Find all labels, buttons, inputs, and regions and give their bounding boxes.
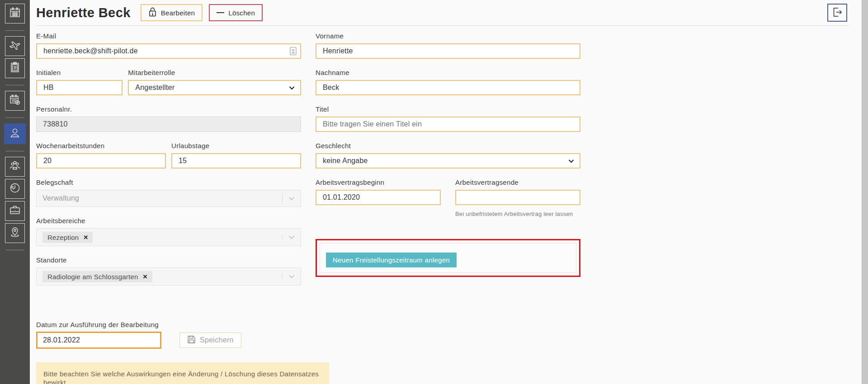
last-name-input[interactable] [316, 80, 580, 95]
execution-date-input[interactable] [36, 332, 161, 349]
sidebar-divider [5, 85, 24, 85]
map-pin-icon [9, 226, 21, 240]
main-content: Henriette Beck Bearbeiten Löschen E-Mail [36, 0, 855, 384]
title-input[interactable] [316, 117, 580, 132]
lock-icon [148, 7, 157, 19]
vertical-scrollbar[interactable] [862, 0, 868, 384]
email-input[interactable] [36, 43, 301, 59]
sidebar-item-jobs[interactable] [5, 201, 25, 221]
sidebar-item-time-tracking[interactable] [5, 179, 25, 199]
title-field-group: Titel [316, 105, 580, 132]
initials-label: Initialen [36, 69, 123, 77]
clock-icon [9, 182, 21, 196]
people-group-icon [9, 159, 21, 174]
initials-input[interactable] [36, 80, 123, 95]
first-name-input[interactable] [316, 43, 580, 59]
delete-button-label: Löschen [228, 9, 255, 17]
role-select[interactable]: Angestellter [128, 80, 301, 95]
page-header: Henriette Beck Bearbeiten Löschen [36, 3, 855, 23]
form-right-column: Vorname Nachname Titel Geschlecht keine … [316, 32, 580, 295]
workforce-select-value: Verwaltung [42, 194, 282, 202]
calendar-icon [9, 7, 21, 20]
location-tag-label: Radiologie am Schlossgarten [47, 273, 138, 281]
role-field-group: Mitarbeiterrolle Angestellter [128, 69, 301, 95]
person-icon [9, 126, 21, 141]
chevron-down-icon [283, 197, 301, 201]
workforce-field-group: Belegschaft Verwaltung [36, 178, 301, 207]
work-areas-field-group: Arbeitsbereiche Rezeption ✕ [36, 217, 301, 246]
briefcase-icon [9, 204, 21, 218]
contract-start-field-group: Arbeitsvertragsbeginn [316, 178, 441, 217]
sidebar-divider [5, 250, 24, 250]
minus-icon [217, 12, 224, 13]
weekly-hours-field-group: Wochenarbeitstunden [36, 142, 166, 169]
last-name-field-group: Nachname [316, 69, 580, 95]
title-label: Titel [316, 105, 580, 113]
vacation-days-field-group: Urlaubstage [171, 142, 301, 169]
gender-field-group: Geschlecht keine Angabe [316, 142, 580, 169]
chevron-down-icon [283, 235, 301, 239]
remove-tag-icon[interactable]: ✕ [83, 234, 88, 241]
role-select-value: Angestellter [135, 84, 289, 92]
sidebar-item-employee[interactable] [4, 123, 26, 144]
header-divider [36, 25, 849, 26]
form-footer: Datum zur Ausführung der Bearbeitung Spe… [36, 321, 855, 384]
sidebar-item-calendar[interactable] [5, 4, 25, 23]
personnel-no-field-group: Personalnr. 738810 [36, 105, 301, 132]
save-button[interactable]: Speichern [179, 332, 241, 348]
locations-multiselect: Radiologie am Schlossgarten ✕ [36, 267, 301, 286]
form-left-column: E-Mail Initialen Mitarbeiterrolle Angest [36, 32, 301, 295]
first-name-field-group: Vorname [316, 32, 580, 59]
email-label: E-Mail [36, 32, 301, 40]
initials-field-group: Initialen [36, 69, 123, 95]
delete-button[interactable]: Löschen [209, 4, 263, 21]
sidebar-item-calendar-add[interactable] [5, 91, 25, 111]
chevron-down-icon [568, 159, 574, 163]
sidebar-item-locations[interactable] [5, 223, 25, 243]
logout-button[interactable] [827, 4, 847, 22]
remove-tag-icon[interactable]: ✕ [143, 273, 148, 280]
work-areas-label: Arbeitsbereiche [36, 217, 301, 225]
sidebar-divider [5, 30, 24, 31]
clipboard-icon [9, 61, 21, 75]
contact-card-icon [290, 47, 297, 56]
contract-end-input[interactable] [455, 190, 580, 205]
personnel-no-input: 738810 [36, 117, 301, 132]
vacation-days-label: Urlaubstage [171, 142, 301, 150]
highlight-frame: Neuen Freistellungszeitraum anlegen [316, 239, 580, 277]
vacation-days-input[interactable] [171, 153, 301, 169]
employee-form: E-Mail Initialen Mitarbeiterrolle Angest [36, 32, 855, 295]
calendar-plus-icon [9, 94, 21, 108]
personnel-no-value: 738810 [43, 120, 68, 128]
contract-start-input[interactable] [316, 190, 441, 205]
gender-select[interactable]: keine Angabe [316, 153, 580, 169]
edit-button[interactable]: Bearbeiten [141, 4, 203, 21]
execution-date-label: Datum zur Ausführung der Bearbeitung [36, 321, 855, 328]
contract-end-label: Arbeitsvertragsende [455, 178, 580, 187]
sidebar-item-teams[interactable] [5, 157, 25, 177]
sidebar-item-reports[interactable] [5, 58, 25, 78]
leave-period-panel: Neuen Freistellungszeitraum anlegen [320, 243, 576, 273]
locations-field-group: Standorte Radiologie am Schlossgarten ✕ [36, 256, 301, 286]
sidebar [0, 0, 30, 384]
workforce-label: Belegschaft [36, 178, 301, 187]
sidebar-divider [5, 151, 24, 151]
weekly-hours-input[interactable] [36, 153, 166, 169]
personnel-no-label: Personalnr. [36, 105, 301, 113]
last-name-label: Nachname [316, 69, 580, 77]
create-leave-period-button[interactable]: Neuen Freistellungszeitraum anlegen [326, 253, 457, 267]
work-area-tag: Rezeption ✕ [42, 232, 93, 243]
gender-select-value: keine Angabe [323, 157, 568, 165]
warning-banner: Bitte beachten Sie welche Auswirkungen e… [36, 362, 329, 384]
save-button-label: Speichern [200, 336, 234, 344]
work-areas-multiselect: Rezeption ✕ [36, 228, 301, 246]
weekly-hours-label: Wochenarbeitstunden [36, 142, 166, 150]
workforce-select: Verwaltung [36, 190, 301, 207]
sidebar-divider [5, 117, 24, 118]
logout-icon [831, 6, 843, 19]
page-title: Henriette Beck [36, 5, 131, 20]
sidebar-item-absences[interactable] [5, 36, 25, 56]
location-tag: Radiologie am Schlossgarten ✕ [42, 271, 152, 282]
contract-end-hint: Bei unbefristetem Arbeitsvertrag leer la… [455, 211, 580, 217]
email-field-group: E-Mail [36, 32, 301, 59]
